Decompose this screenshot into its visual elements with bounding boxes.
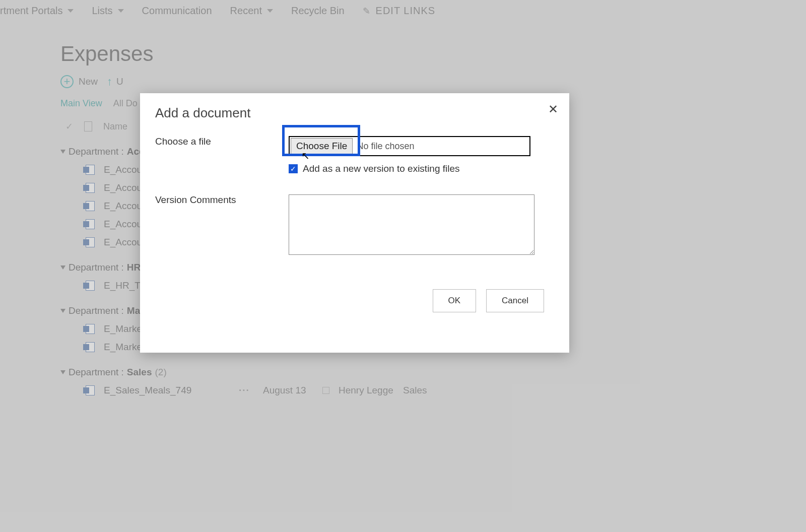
- checkbox-checked-icon[interactable]: ✓: [289, 164, 298, 173]
- add-version-checkbox-row[interactable]: ✓ Add as a new version to existing files: [289, 163, 554, 174]
- add-document-dialog: Add a document ✕ Choose a file Choose Fi…: [140, 93, 569, 353]
- ok-button[interactable]: OK: [433, 289, 477, 312]
- file-input-status: No file chosen: [357, 141, 414, 152]
- dialog-title: Add a document: [155, 105, 554, 121]
- file-input[interactable]: Choose File No file chosen: [289, 136, 530, 156]
- cancel-button[interactable]: Cancel: [486, 289, 544, 312]
- add-version-label: Add as a new version to existing files: [303, 163, 460, 174]
- choose-file-label: Choose a file: [155, 136, 289, 174]
- version-comments-input[interactable]: [289, 194, 534, 255]
- close-icon[interactable]: ✕: [548, 102, 558, 116]
- version-comments-label: Version Comments: [155, 194, 289, 257]
- choose-file-button[interactable]: Choose File: [291, 138, 353, 154]
